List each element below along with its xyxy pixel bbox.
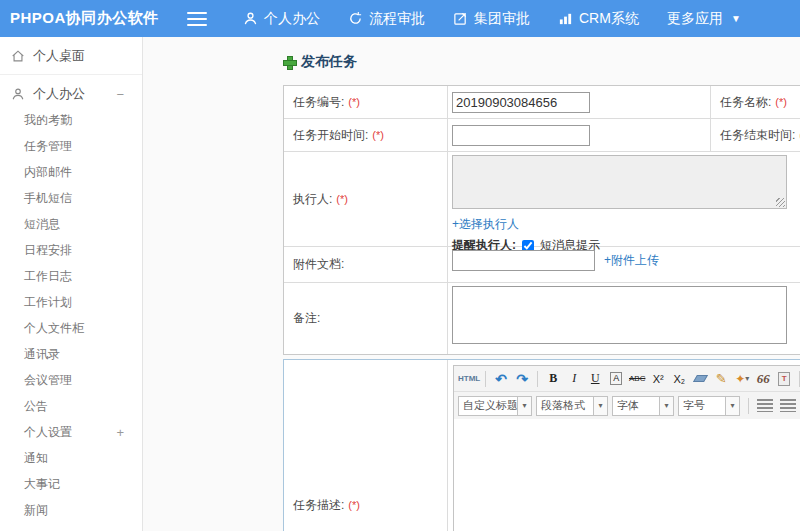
sidebar-item-label: 会议管理 — [24, 372, 72, 389]
italic-button[interactable]: I — [564, 369, 584, 389]
top-nav: 个人办公 流程审批 集团审批 CRM系统 — [229, 0, 755, 37]
remark-label: 备注: — [284, 283, 448, 354]
subscript-button[interactable]: X₂ — [669, 369, 689, 389]
attachment-upload-link[interactable]: +附件上传 — [604, 252, 659, 269]
main-content: 发布任务 任务编号:(*) 任务名称:(*) 任务开始时间:(*) 任务结束时间… — [143, 37, 800, 531]
align-center-icon[interactable] — [780, 399, 796, 412]
align-left-icon[interactable] — [757, 399, 773, 412]
underline-button[interactable]: U — [585, 369, 605, 389]
nav-more-apps[interactable]: 更多应用 ▼ — [653, 0, 755, 37]
sidebar-item-label: 工作日志 — [24, 268, 72, 285]
heading-select[interactable]: 自定义标题 ▾ — [458, 396, 532, 416]
editor-content-area[interactable] — [454, 419, 800, 531]
sidebar-group-label: 个人办公 — [33, 85, 85, 103]
caret-down-icon: ▾ — [518, 396, 532, 416]
app-brand: PHPOA协同办公软件 — [0, 9, 175, 28]
process-icon — [348, 11, 363, 26]
sidebar-item-label: 公告 — [24, 398, 48, 415]
sidebar-item-short-message[interactable]: 短消息 — [0, 211, 142, 237]
sidebar-item-news[interactable]: 新闻 — [0, 497, 142, 523]
description-label: 任务描述:(*) — [284, 360, 448, 531]
task-no-input[interactable] — [452, 92, 590, 113]
paste-button[interactable]: T — [774, 369, 794, 389]
sidebar-item-label: 个人文件柜 — [24, 320, 84, 337]
sidebar-item-label: 通知 — [24, 450, 48, 467]
attachment-input[interactable] — [452, 250, 595, 271]
sidebar-item-schedule[interactable]: 日程安排 — [0, 237, 142, 263]
paragraph-format-select[interactable]: 段落格式 ▾ — [536, 396, 608, 416]
sidebar-item-label: 内部邮件 — [24, 164, 72, 181]
collapse-minus-icon[interactable]: − — [116, 87, 124, 102]
page-title-text: 发布任务 — [301, 53, 357, 71]
html-source-button[interactable]: HTML — [458, 369, 480, 389]
redo-button[interactable]: ↷ — [512, 369, 532, 389]
caret-down-icon: ▾ — [660, 396, 674, 416]
description-table: 任务描述:(*) HTML ↶ ↷ B I U A ABC X² X₂ — [283, 359, 800, 531]
strikethrough-button[interactable]: ABC — [627, 369, 647, 389]
remark-textarea[interactable] — [452, 286, 787, 344]
sidebar-item-personal-desktop[interactable]: 个人桌面 — [0, 37, 142, 75]
sidebar-item-personal-cabinet[interactable]: 个人文件柜 — [0, 315, 142, 341]
caret-down-icon: ▾ — [594, 396, 608, 416]
start-time-input[interactable] — [452, 125, 590, 146]
eraser-button[interactable] — [690, 369, 710, 389]
sidebar-item-label: 个人桌面 — [33, 47, 85, 65]
sidebar-item-notice[interactable]: 通知 — [0, 445, 142, 471]
bold-button[interactable]: B — [543, 369, 563, 389]
task-name-label: 任务名称:(*) — [711, 86, 800, 118]
sidebar-item-task-management[interactable]: 任务管理 — [0, 133, 142, 159]
eraser-icon — [693, 375, 708, 382]
sidebar-item-work-plan[interactable]: 工作计划 — [0, 289, 142, 315]
rich-text-editor: HTML ↶ ↷ B I U A ABC X² X₂ ✎ ✦▾ — [453, 365, 800, 531]
sidebar-item-my-attendance[interactable]: 我的考勤 — [0, 107, 142, 133]
sidebar-item-mobile-sms[interactable]: 手机短信 — [0, 185, 142, 211]
editor-toolbar-row2: 自定义标题 ▾ 段落格式 ▾ 字体 ▾ 字号 ▾ — [454, 392, 800, 419]
sidebar-item-label: 日程安排 — [24, 242, 72, 259]
clipboard-icon: T — [778, 372, 790, 386]
format-brush-button[interactable]: ✎ — [711, 369, 731, 389]
sidebar-item-label: 个人设置 — [24, 424, 72, 441]
font-size-select[interactable]: 字号 ▾ — [678, 396, 740, 416]
sidebar-item-contacts[interactable]: 通讯录 — [0, 341, 142, 367]
add-plus-icon — [283, 56, 295, 68]
nav-label: CRM系统 — [579, 10, 639, 28]
sidebar-item-label: 我的考勤 — [24, 112, 72, 129]
undo-button[interactable]: ↶ — [491, 369, 511, 389]
nav-label: 集团审批 — [474, 10, 530, 28]
nav-group-approval[interactable]: 集团审批 — [439, 0, 544, 37]
sidebar-item-memorabilia[interactable]: 大事记 — [0, 471, 142, 497]
sidebar-item-announcement[interactable]: 公告 — [0, 393, 142, 419]
expand-plus-icon[interactable]: + — [116, 425, 124, 440]
sidebar: 个人桌面 个人办公 − 我的考勤 任务管理 内部邮件 手机短信 短消息 日程安排… — [0, 37, 143, 531]
choose-executor-link[interactable]: +选择执行人 — [452, 217, 519, 231]
nav-personal-office[interactable]: 个人办公 — [229, 0, 334, 37]
nav-label: 更多应用 — [667, 10, 723, 28]
sidebar-item-label: 通讯录 — [24, 346, 60, 363]
resize-grip-icon[interactable] — [776, 198, 785, 207]
font-family-select[interactable]: 字体 ▾ — [612, 396, 674, 416]
nav-label: 流程审批 — [369, 10, 425, 28]
char-border-button[interactable]: A — [606, 369, 626, 389]
person-icon — [243, 11, 258, 26]
menu-toggle-icon[interactable] — [187, 12, 207, 26]
sidebar-group-personal-office[interactable]: 个人办公 − — [0, 81, 142, 107]
blockquote-button[interactable]: 66 — [753, 369, 773, 389]
person-icon — [11, 87, 25, 101]
sidebar-item-label: 任务管理 — [24, 138, 72, 155]
executor-label: 执行人:(*) — [284, 152, 448, 246]
nav-crm-system[interactable]: CRM系统 — [544, 0, 653, 37]
sidebar-item-label: 工作计划 — [24, 294, 72, 311]
edit-icon — [453, 11, 468, 26]
caret-down-icon: ▼ — [731, 13, 741, 24]
sidebar-item-label: 短消息 — [24, 216, 60, 233]
executor-box[interactable] — [452, 155, 787, 209]
sidebar-item-internal-mail[interactable]: 内部邮件 — [0, 159, 142, 185]
superscript-button[interactable]: X² — [648, 369, 668, 389]
sidebar-item-personal-settings[interactable]: 个人设置 + — [0, 419, 142, 445]
autotypeset-button[interactable]: ✦▾ — [732, 369, 752, 389]
sidebar-item-work-log[interactable]: 工作日志 — [0, 263, 142, 289]
nav-workflow-approval[interactable]: 流程审批 — [334, 0, 439, 37]
top-header: PHPOA协同办公软件 个人办公 流程审批 — [0, 0, 800, 37]
attachment-label: 附件文档: — [284, 247, 448, 282]
sidebar-item-meeting-management[interactable]: 会议管理 — [0, 367, 142, 393]
